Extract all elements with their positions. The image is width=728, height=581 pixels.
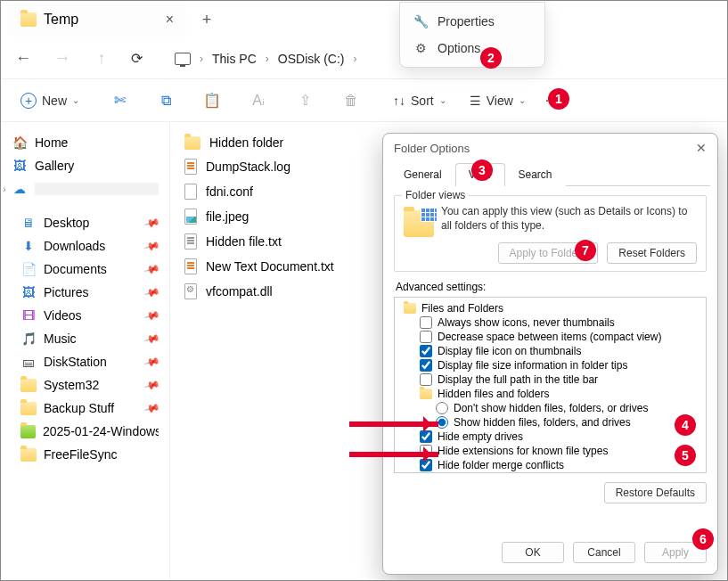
sidebar-diskstation[interactable]: 🖴DiskStation📌 — [4, 350, 166, 373]
reset-folders-button[interactable]: Reset Folders — [607, 242, 697, 264]
checkbox[interactable] — [420, 316, 432, 329]
radio[interactable] — [436, 402, 448, 414]
sidebar-label: Documents — [44, 262, 107, 276]
sidebar-pictures[interactable]: 🖼Pictures📌 — [4, 281, 166, 304]
sidebar-backup[interactable]: Backup Stuff📌 — [4, 397, 166, 420]
chevron-down-icon: ⌄ — [72, 95, 79, 105]
sidebar: 🏠Home 🖼Gallery ›☁ 🖥Desktop📌 ⬇Downloads📌 … — [1, 122, 170, 581]
crumb-this-pc[interactable]: This PC — [212, 52, 257, 66]
close-icon[interactable]: ✕ — [696, 141, 707, 155]
radio-show-hidden[interactable]: Show hidden files, folders, and drives — [400, 415, 700, 430]
sidebar-music[interactable]: 🎵Music📌 — [4, 327, 166, 350]
breadcrumb[interactable]: › This PC › OSDisk (C:) › — [175, 52, 356, 66]
opt-hide-merge-conflicts[interactable]: Hide folder merge conflicts — [400, 458, 700, 472]
copy-icon[interactable]: ⧉ — [151, 93, 181, 109]
sidebar-label: Music — [44, 331, 77, 346]
opt-file-size-tips[interactable]: Display file size information in folder … — [400, 358, 700, 372]
new-button[interactable]: + New ⌄ — [12, 89, 88, 112]
pc-icon — [175, 53, 191, 65]
opt-hide-extensions[interactable]: Hide extensions for known file types — [400, 444, 700, 458]
delete-icon[interactable]: 🗑 — [336, 93, 366, 109]
tab-temp[interactable]: Temp × — [8, 3, 186, 37]
refresh-button[interactable]: ⟳ — [131, 50, 143, 67]
sidebar-onedrive[interactable]: ›☁ — [4, 177, 166, 200]
radio-dont-show-hidden[interactable]: Don't show hidden files, folders, or dri… — [400, 401, 700, 415]
cut-icon[interactable]: ✄ — [104, 92, 135, 109]
opt-full-path[interactable]: Display the full path in the title bar — [400, 372, 700, 387]
folder-icon — [184, 136, 200, 150]
tab-search[interactable]: Search — [505, 163, 566, 186]
wrench-icon: 🔧 — [413, 14, 429, 29]
tree-hidden-group: Hidden files and folders — [400, 387, 700, 401]
folder-icon — [20, 448, 37, 462]
ok-button[interactable]: OK — [502, 542, 564, 563]
restore-defaults-button[interactable]: Restore Defaults — [604, 482, 707, 503]
nav-bar: ← → ↑ ⟳ › This PC › OSDisk (C:) › — [1, 38, 727, 79]
close-tab-icon[interactable]: × — [166, 12, 174, 28]
sort-button[interactable]: ↑↓ Sort ⌄ — [389, 94, 450, 108]
title-bar: Temp × + — [1, 1, 727, 38]
advanced-settings-tree[interactable]: Files and Folders Always show icons, nev… — [394, 297, 707, 473]
sidebar-home[interactable]: 🏠Home — [4, 131, 166, 154]
pin-icon: 📌 — [143, 283, 161, 301]
view-button[interactable]: ☰ View ⌄ — [466, 94, 529, 108]
sidebar-desktop[interactable]: 🖥Desktop📌 — [4, 211, 166, 234]
chevron-right-icon: › — [200, 53, 203, 65]
file-name: New Text Document.txt — [206, 259, 334, 274]
view-icon: ☰ — [470, 94, 481, 108]
up-button[interactable]: ↑ — [92, 49, 111, 68]
checkbox[interactable] — [420, 373, 432, 386]
sidebar-label: Videos — [44, 308, 82, 323]
sidebar-videos[interactable]: 🎞Videos📌 — [4, 304, 166, 327]
opt-always-icons[interactable]: Always show icons, never thumbnails — [400, 315, 700, 330]
sidebar-gallery[interactable]: 🖼Gallery — [4, 154, 166, 177]
text-file-icon — [184, 258, 197, 274]
checkbox[interactable] — [420, 345, 432, 357]
sidebar-label: DiskStation — [44, 355, 107, 369]
opt-compact[interactable]: Decrease space between items (compact vi… — [400, 330, 700, 344]
chevron-right-icon: › — [266, 53, 269, 65]
file-name: vfcompat.dll — [206, 284, 273, 299]
folder-icon — [404, 303, 416, 314]
forward-button[interactable]: → — [53, 49, 72, 68]
sidebar-label: FreeFileSync — [44, 447, 117, 462]
checkbox[interactable] — [420, 331, 432, 343]
rename-icon[interactable]: Aᵢ — [243, 92, 274, 109]
annotation-badge-5: 5 — [675, 445, 696, 466]
crumb-osdisk[interactable]: OSDisk (C:) — [278, 52, 345, 66]
folder-icon — [20, 379, 37, 392]
checkbox[interactable] — [420, 430, 432, 443]
file-name: Hidden file.txt — [206, 234, 282, 249]
annotation-badge-7: 7 — [575, 240, 596, 261]
menu-options[interactable]: ⚙ Options — [405, 35, 539, 61]
tree-label: Decrease space between items (compact vi… — [438, 331, 661, 343]
annotation-badge-1: 1 — [548, 88, 569, 110]
tab-general[interactable]: General — [390, 163, 455, 186]
share-icon[interactable]: ⇪ — [290, 92, 320, 109]
dialog-titlebar: Folder Options ✕ — [383, 134, 717, 162]
redacted-label — [35, 183, 159, 195]
dialog-button-row: OK Cancel Apply — [383, 542, 717, 563]
back-button[interactable]: ← — [13, 49, 33, 68]
menu-properties[interactable]: 🔧 Properties — [405, 8, 539, 35]
download-icon: ⬇ — [20, 239, 37, 253]
cancel-button[interactable]: Cancel — [573, 542, 635, 563]
sidebar-dated[interactable]: 2025-01-24-Windows-tips — [4, 420, 166, 443]
opt-file-icon-thumb[interactable]: Display file icon on thumbnails — [400, 344, 700, 358]
opt-hide-empty-drives[interactable]: Hide empty drives — [400, 430, 700, 444]
chevron-right-icon[interactable]: › — [3, 184, 6, 194]
paste-icon[interactable]: 📋 — [197, 92, 227, 109]
view-label: View — [487, 94, 513, 108]
dll-file-icon — [184, 283, 197, 299]
sidebar-system32[interactable]: System32📌 — [4, 373, 166, 397]
pin-icon: 📌 — [143, 214, 161, 232]
sidebar-freefilesync[interactable]: FreeFileSync — [4, 443, 166, 466]
tree-label: Hide folder merge conflicts — [438, 459, 564, 471]
file-icon — [184, 184, 197, 200]
checkbox[interactable] — [420, 359, 432, 372]
sidebar-label: Home — [35, 135, 68, 150]
sidebar-downloads[interactable]: ⬇Downloads📌 — [4, 234, 166, 258]
sidebar-documents[interactable]: 📄Documents📌 — [4, 258, 166, 281]
new-tab-button[interactable]: + — [193, 11, 220, 29]
file-name: fdni.conf — [206, 184, 253, 199]
